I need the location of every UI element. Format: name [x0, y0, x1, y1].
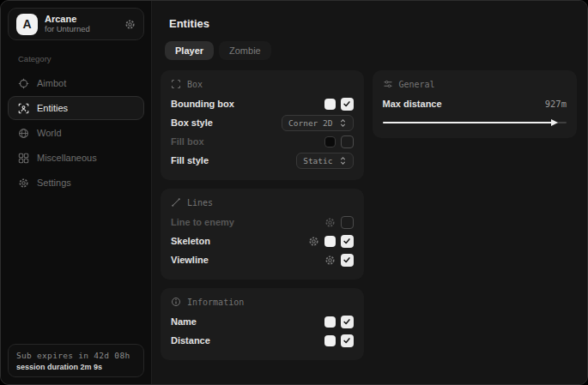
- setting-row-bounding-box: Bounding box: [171, 94, 354, 113]
- max-distance-value: 927m: [545, 99, 567, 109]
- setting-label: Distance: [171, 335, 210, 346]
- app-title: Arcane: [45, 14, 118, 25]
- crosshair-icon: [18, 78, 29, 89]
- panel-title: General: [399, 80, 435, 89]
- panel-title: Box: [187, 80, 203, 89]
- lines-panel: Lines Line to enemy Skeleton: [161, 189, 364, 280]
- general-panel-header: General: [383, 79, 567, 89]
- color-swatch[interactable]: [324, 236, 336, 247]
- setting-row-distance: Distance: [171, 331, 354, 350]
- slider-fill: [383, 122, 554, 123]
- app-avatar: A: [16, 14, 38, 35]
- sidebar-item-entities[interactable]: Entities: [8, 96, 144, 120]
- sidebar: A Arcane for Unturned Category Aimbot: [1, 1, 152, 384]
- checkbox[interactable]: [341, 235, 354, 248]
- app-window: A Arcane for Unturned Category Aimbot: [0, 0, 588, 385]
- page-title: Entities: [169, 17, 577, 30]
- sub-expiry-text: Sub expires in 42d 08h: [16, 351, 136, 360]
- checkbox[interactable]: [341, 135, 354, 148]
- tab-player[interactable]: Player: [165, 41, 214, 60]
- checkbox[interactable]: [341, 316, 354, 328]
- setting-label: Skeleton: [171, 236, 210, 246]
- color-swatch[interactable]: [324, 316, 336, 328]
- box-panel: Box Bounding box Box style: [161, 70, 364, 180]
- color-swatch[interactable]: [324, 136, 336, 147]
- setting-label: Name: [171, 316, 197, 327]
- category-label: Category: [18, 54, 144, 63]
- color-swatch[interactable]: [324, 335, 336, 346]
- lines-panel-header: Lines: [171, 197, 354, 208]
- logo-text: Arcane for Unturned: [45, 14, 118, 34]
- entity-tabs: Player Zombie: [165, 41, 577, 60]
- tab-zombie[interactable]: Zombie: [219, 41, 271, 60]
- setting-row-viewline: Viewline: [171, 250, 354, 269]
- checkbox[interactable]: [341, 98, 354, 111]
- setting-row-skeleton: Skeleton: [171, 232, 354, 250]
- dropdown-value: Corner 2D: [288, 118, 332, 128]
- box-style-dropdown[interactable]: Corner 2D: [282, 115, 353, 131]
- sidebar-item-label: World: [37, 128, 62, 138]
- information-panel-header: Information: [171, 297, 354, 307]
- setting-label: Max distance: [383, 99, 442, 109]
- row-gear-icon[interactable]: [308, 236, 319, 247]
- sidebar-item-miscellaneous[interactable]: Miscellaneous: [8, 146, 144, 170]
- globe-icon: [18, 128, 29, 139]
- main-content: Entities Player Zombie Box Bounding box: [152, 1, 587, 384]
- checkbox[interactable]: [341, 254, 354, 267]
- account-gear-icon[interactable]: [124, 19, 136, 30]
- setting-label: Fill style: [171, 155, 209, 165]
- setting-label: Fill box: [171, 136, 204, 147]
- max-distance-slider[interactable]: [383, 117, 567, 128]
- setting-label: Box style: [171, 117, 213, 128]
- checkbox[interactable]: [341, 216, 354, 229]
- subscription-info-card: Sub expires in 42d 08h session duration …: [8, 344, 144, 377]
- sidebar-item-label: Miscellaneous: [37, 153, 97, 163]
- color-swatch[interactable]: [324, 99, 336, 110]
- general-panel: General Max distance 927m: [373, 70, 578, 138]
- setting-row-max-distance: Max distance 927m: [383, 94, 567, 113]
- setting-row-name: Name: [171, 312, 354, 331]
- setting-row-line-to-enemy: Line to enemy: [171, 213, 354, 232]
- row-gear-icon[interactable]: [324, 255, 336, 266]
- sidebar-item-label: Entities: [37, 103, 68, 113]
- corner-brackets-icon: [171, 79, 181, 89]
- box-panel-header: Box: [171, 79, 354, 89]
- setting-row-box-style: Box style Corner 2D: [171, 113, 354, 132]
- panel-title: Information: [187, 298, 244, 307]
- logo-card: A Arcane for Unturned: [8, 8, 144, 40]
- info-icon: [171, 297, 181, 307]
- setting-label: Viewline: [171, 255, 209, 265]
- setting-label: Line to enemy: [171, 217, 234, 227]
- dropdown-value: Static: [303, 156, 332, 165]
- sidebar-item-settings[interactable]: Settings: [8, 171, 144, 195]
- session-duration-text: session duration 2m 9s: [16, 363, 136, 371]
- entity-scan-icon: [18, 103, 29, 114]
- chevron-up-down-icon: [339, 118, 347, 128]
- line-tool-icon: [171, 197, 181, 208]
- sidebar-item-label: Aimbot: [37, 78, 66, 88]
- sidebar-item-aimbot[interactable]: Aimbot: [8, 71, 144, 95]
- sidebar-item-world[interactable]: World: [8, 121, 144, 145]
- gear-icon: [18, 177, 29, 189]
- app-subtitle: for Unturned: [45, 25, 118, 34]
- setting-row-fill-box: Fill box: [171, 132, 354, 151]
- sidebar-item-label: Settings: [37, 177, 71, 188]
- setting-row-fill-style: Fill style Static: [171, 151, 354, 170]
- information-panel: Information Name Distance: [161, 288, 364, 360]
- sliders-icon: [383, 79, 393, 89]
- grid-icon: [18, 153, 29, 164]
- chevron-up-down-icon: [339, 156, 347, 165]
- checkbox[interactable]: [341, 334, 354, 347]
- setting-label: Bounding box: [171, 99, 234, 109]
- panel-title: Lines: [187, 198, 213, 208]
- row-gear-icon[interactable]: [324, 217, 336, 228]
- sidebar-nav: Aimbot Entities World Miscellaneous: [8, 71, 144, 195]
- slider-thumb[interactable]: [551, 119, 558, 126]
- fill-style-dropdown[interactable]: Static: [296, 153, 353, 169]
